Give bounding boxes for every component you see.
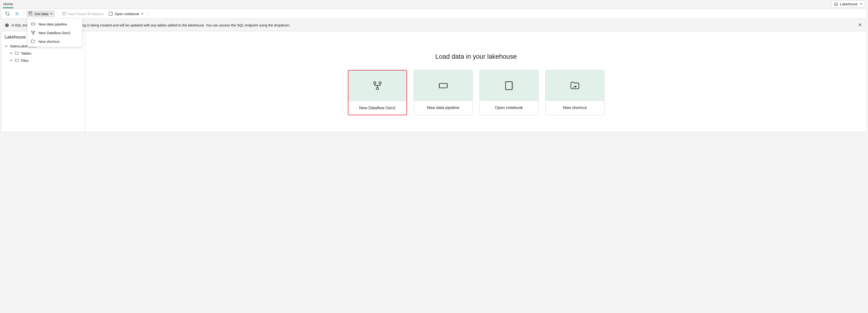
chevron-down-icon xyxy=(860,2,863,5)
toolbar-separator xyxy=(148,11,148,17)
chevron-down-icon xyxy=(10,59,12,62)
card-new-data-pipeline[interactable]: New data pipeline xyxy=(414,70,473,115)
dataflow-icon xyxy=(31,30,36,35)
tree-node-tables[interactable]: Tables xyxy=(4,50,82,57)
svg-point-4 xyxy=(64,13,64,13)
get-data-label: Get data xyxy=(35,12,49,16)
shortcut-folder-icon xyxy=(31,39,36,44)
card-label: New data pipeline xyxy=(414,101,472,115)
pipeline-icon xyxy=(438,80,448,91)
svg-point-1 xyxy=(29,12,32,13)
menu-new-data-pipeline-label: New data pipeline xyxy=(38,22,67,26)
card-label: New Dataflow Gen2 xyxy=(348,101,406,115)
menu-new-data-pipeline[interactable]: New data pipeline xyxy=(27,20,82,28)
folder-icon xyxy=(14,51,19,55)
svg-point-3 xyxy=(63,13,63,13)
gear-icon xyxy=(14,11,20,16)
menu-new-shortcut-label: New shortcut xyxy=(38,39,60,44)
svg-point-6 xyxy=(63,13,63,14)
chevron-down-icon xyxy=(50,12,53,15)
view-mode-label: Lakehouse xyxy=(840,2,858,6)
new-pbi-dataset-button: New Power BI dataset xyxy=(60,10,105,17)
tree-node-files[interactable]: Files xyxy=(4,57,82,64)
settings-button[interactable] xyxy=(13,10,21,17)
svg-point-0 xyxy=(17,13,18,15)
dataflow-icon xyxy=(372,81,383,91)
card-icon-area xyxy=(480,70,538,101)
close-notification-button[interactable] xyxy=(857,23,863,28)
tree-files-label: Files xyxy=(21,58,29,62)
content-title: Load data in your lakehouse xyxy=(435,53,517,60)
card-label: Open notebook xyxy=(480,101,538,115)
content-pane: Load data in your lakehouse New Dataflow… xyxy=(85,31,867,132)
chevron-down-icon xyxy=(141,12,144,15)
card-icon-area xyxy=(546,70,604,101)
svg-rect-10 xyxy=(31,23,35,25)
header-bar: Home Lakehouse xyxy=(0,0,868,8)
open-notebook-button[interactable]: Open notebook xyxy=(106,10,146,17)
menu-new-dataflow-gen2-label: New Dataflow Gen2 xyxy=(38,31,70,35)
svg-point-19 xyxy=(376,87,378,89)
chevron-down-icon xyxy=(10,52,12,55)
menu-new-dataflow-gen2[interactable]: New Dataflow Gen2 xyxy=(27,28,82,37)
svg-rect-21 xyxy=(505,82,512,90)
get-data-button[interactable]: Get data xyxy=(26,10,55,17)
pipeline-icon xyxy=(31,22,36,26)
new-pbi-dataset-label: New Power BI dataset xyxy=(68,12,103,16)
database-import-icon xyxy=(28,11,33,16)
svg-point-12 xyxy=(34,31,35,32)
view-mode-dropdown[interactable]: Lakehouse xyxy=(831,0,865,7)
svg-point-13 xyxy=(33,33,34,34)
refresh-button[interactable] xyxy=(3,10,12,17)
ribbon-toolbar: Get data New Power BI dataset Open noteb… xyxy=(1,9,867,19)
close-icon xyxy=(858,23,862,26)
card-new-dataflow-gen2[interactable]: New Dataflow Gen2 xyxy=(348,70,407,115)
svg-rect-9 xyxy=(109,12,112,16)
open-notebook-label: Open notebook xyxy=(115,12,140,16)
shortcut-folder-icon xyxy=(569,80,580,91)
card-new-shortcut[interactable]: New shortcut xyxy=(545,70,604,115)
svg-rect-20 xyxy=(439,84,447,88)
svg-point-18 xyxy=(379,82,381,84)
menu-new-shortcut[interactable]: New shortcut xyxy=(27,37,82,46)
svg-point-7 xyxy=(64,13,64,14)
notebook-icon xyxy=(108,11,113,16)
info-icon xyxy=(5,23,9,27)
svg-point-5 xyxy=(65,13,65,13)
card-open-notebook[interactable]: Open notebook xyxy=(479,70,539,115)
lakehouse-icon xyxy=(834,2,838,6)
notebook-icon xyxy=(504,80,514,91)
card-label: New shortcut xyxy=(546,101,604,115)
main-area: Lakehouse explorer SalesLakehouse Tables… xyxy=(1,31,867,132)
tree-tables-label: Tables xyxy=(21,51,31,55)
get-data-dropdown: New data pipeline New Dataflow Gen2 New … xyxy=(27,19,83,47)
svg-rect-16 xyxy=(7,24,7,25)
dataset-icon xyxy=(62,11,66,16)
tab-home[interactable]: Home xyxy=(3,1,13,8)
chevron-down-icon xyxy=(5,45,8,48)
card-icon-area xyxy=(348,70,406,101)
card-icon-area xyxy=(414,70,472,101)
svg-point-17 xyxy=(374,82,376,84)
svg-point-11 xyxy=(31,31,32,32)
folder-icon xyxy=(14,58,19,62)
info-notification-bar: A SQL endpoint and default dataset for r… xyxy=(1,20,867,30)
refresh-icon xyxy=(5,11,10,16)
load-data-cards: New Dataflow Gen2 New data pipeline Open… xyxy=(348,70,604,115)
svg-rect-15 xyxy=(7,25,7,26)
svg-point-8 xyxy=(65,13,65,14)
